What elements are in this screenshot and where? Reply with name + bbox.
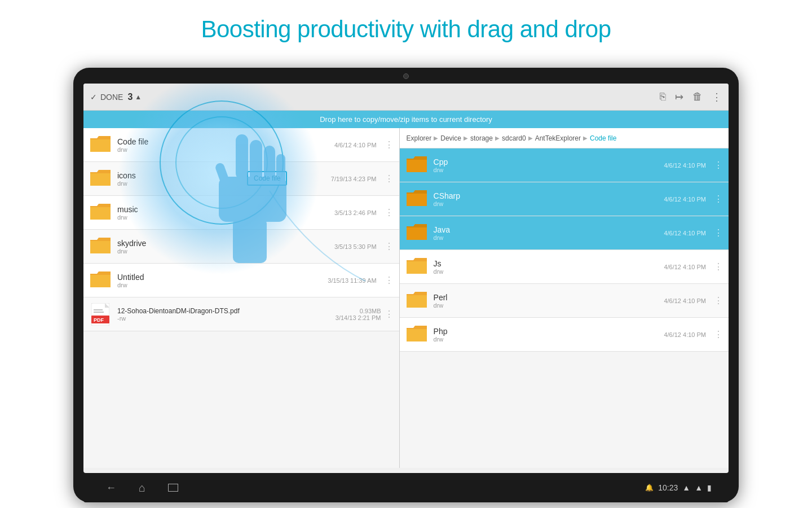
file-meta: drw — [117, 248, 334, 255]
silent-icon: 🔔 — [645, 484, 654, 492]
file-menu-icon[interactable]: ⋮ — [714, 194, 723, 204]
file-info: 12-Sohoa-DientoanDM-iDragon-DTS.pdf -rw — [117, 307, 336, 322]
checkmark-icon: ✓ — [90, 93, 97, 102]
folder-icon — [89, 203, 112, 223]
done-label: DONE — [100, 93, 123, 102]
selected-count: 3 — [127, 92, 133, 102]
file-menu-icon[interactable]: ⋮ — [714, 295, 723, 306]
table-row[interactable]: PDF 12-Sohoa-DientoanDM-iDragon-DTS.pdf … — [83, 297, 399, 331]
table-row[interactable]: Js drw 4/6/12 4:10 PM ⋮ — [400, 250, 729, 284]
file-info: Php drw — [434, 327, 664, 343]
file-date: 3/5/13 2:46 PM — [334, 209, 377, 216]
folder-icon — [89, 237, 112, 257]
table-row[interactable]: Cpp drw 4/6/12 4:10 PM ⋮ — [400, 148, 729, 182]
table-row[interactable]: skydrive drw 3/5/13 5:30 PM ⋮ — [83, 230, 399, 264]
left-panel: Code file drw 4/6/12 4:10 PM ⋮ — [83, 128, 400, 468]
file-name: Untitled — [117, 273, 328, 282]
file-name: 12-Sohoa-DientoanDM-iDragon-DTS.pdf — [117, 307, 336, 315]
table-row[interactable]: Java drw 4/6/12 4:10 PM ⋮ — [400, 216, 729, 250]
breadcrumb: Explorer ▶ Device ▶ storage ▶ sdcard0 ▶ … — [400, 128, 729, 148]
file-menu-icon[interactable]: ⋮ — [385, 207, 394, 218]
battery-icon: ▮ — [707, 483, 712, 492]
file-menu-icon[interactable]: ⋮ — [385, 275, 394, 286]
toolbar-actions: ⎘ ↦ 🗑 ⋮ — [660, 91, 722, 103]
tablet-shell: ✓ DONE 3 ▲ ⎘ ↦ 🗑 ⋮ Drop here to copy/mov… — [73, 68, 739, 502]
file-info: skydrive drw — [117, 239, 334, 255]
file-info: Java drw — [434, 225, 664, 241]
toolbar-done[interactable]: ✓ DONE — [90, 93, 123, 102]
folder-icon — [89, 270, 112, 291]
table-row[interactable]: icons drw 7/19/13 4:23 PM ⋮ — [83, 162, 399, 196]
file-menu-icon[interactable]: ⋮ — [714, 329, 723, 340]
file-menu-icon[interactable]: ⋮ — [385, 139, 394, 150]
triangle-icon: ▲ — [135, 93, 142, 101]
file-menu-icon[interactable]: ⋮ — [385, 173, 394, 184]
file-meta: drw — [117, 214, 334, 221]
file-name: Php — [434, 327, 664, 336]
file-name: Js — [434, 259, 664, 268]
breadcrumb-anttek[interactable]: AntTekExplorer — [535, 134, 581, 142]
file-info: music drw — [117, 205, 334, 221]
breadcrumb-explorer[interactable]: Explorer — [407, 134, 432, 142]
folder-icon — [405, 223, 428, 243]
breadcrumb-device[interactable]: Device — [440, 134, 461, 142]
file-name: Perl — [434, 293, 664, 302]
file-date: 3/15/13 11:39 AM — [328, 277, 376, 284]
breadcrumb-sep: ▶ — [583, 135, 588, 141]
file-date: 4/6/12 4:10 PM — [664, 230, 706, 237]
file-name: skydrive — [117, 239, 334, 248]
recents-icon[interactable] — [168, 484, 178, 492]
file-date: 4/6/12 4:10 PM — [334, 142, 377, 148]
file-menu-icon[interactable]: ⋮ — [385, 309, 394, 319]
file-meta: drw — [117, 282, 328, 288]
right-panel: Explorer ▶ Device ▶ storage ▶ sdcard0 ▶ … — [400, 128, 729, 468]
file-date: 3/5/13 5:30 PM — [334, 243, 377, 250]
copy-icon[interactable]: ⎘ — [660, 91, 666, 103]
back-icon[interactable]: ← — [106, 482, 116, 494]
signal-icon: ▲ — [695, 483, 703, 492]
file-date: 4/6/12 4:10 PM — [664, 264, 706, 270]
file-date-size: 0.93MB 3/14/13 2:21 PM — [336, 308, 381, 321]
file-name: CSharp — [434, 191, 664, 200]
file-menu-icon[interactable]: ⋮ — [714, 227, 723, 238]
file-menu-icon[interactable]: ⋮ — [714, 261, 723, 272]
drop-zone-text: Drop here to copy/move/zip items to curr… — [320, 115, 492, 124]
table-row[interactable]: CSharp drw 4/6/12 4:10 PM ⋮ — [400, 182, 729, 216]
breadcrumb-current[interactable]: Code file — [590, 134, 616, 142]
file-info: CSharp drw — [434, 191, 664, 207]
file-meta: drw — [434, 302, 664, 309]
time-display: 10:23 — [658, 483, 678, 492]
more-icon[interactable]: ⋮ — [712, 91, 722, 103]
home-icon[interactable]: ⌂ — [139, 481, 145, 494]
folder-icon — [405, 291, 428, 311]
file-meta: drw — [117, 146, 334, 153]
file-size: 0.93MB — [360, 308, 381, 314]
file-name: Java — [434, 225, 664, 234]
table-row[interactable]: Untitled drw 3/15/13 11:39 AM ⋮ — [83, 264, 399, 297]
drop-zone: Drop here to copy/move/zip items to curr… — [83, 111, 729, 128]
file-meta: drw — [434, 268, 664, 275]
file-date: 4/6/12 4:10 PM — [664, 162, 706, 169]
file-info: Js drw — [434, 259, 664, 275]
nav-bar: ← ⌂ 🔔 10:23 ▲ ▲ ▮ — [83, 473, 729, 502]
file-menu-icon[interactable]: ⋮ — [385, 241, 394, 252]
breadcrumb-storage[interactable]: storage — [470, 134, 493, 142]
file-meta: drw — [434, 167, 664, 173]
table-row[interactable]: music drw 3/5/13 2:46 PM ⋮ — [83, 196, 399, 230]
move-icon[interactable]: ↦ — [675, 91, 683, 103]
file-date: 4/6/12 4:10 PM — [664, 297, 706, 304]
file-menu-icon[interactable]: ⋮ — [714, 160, 723, 170]
table-row[interactable]: Perl drw 4/6/12 4:10 PM ⋮ — [400, 284, 729, 318]
folder-icon — [405, 325, 428, 345]
file-date: 3/14/13 2:21 PM — [336, 314, 381, 321]
breadcrumb-sdcard[interactable]: sdcard0 — [502, 134, 526, 142]
right-file-list: Cpp drw 4/6/12 4:10 PM ⋮ — [400, 148, 729, 352]
breadcrumb-sep: ▶ — [464, 135, 468, 141]
file-date: 7/19/13 4:23 PM — [331, 176, 377, 182]
left-file-list: Code file drw 4/6/12 4:10 PM ⋮ — [83, 128, 399, 331]
table-row[interactable]: Php drw 4/6/12 4:10 PM ⋮ — [400, 318, 729, 352]
app-toolbar: ✓ DONE 3 ▲ ⎘ ↦ 🗑 ⋮ — [83, 84, 729, 111]
delete-icon[interactable]: 🗑 — [692, 91, 703, 103]
table-row[interactable]: Code file drw 4/6/12 4:10 PM ⋮ — [83, 128, 399, 162]
file-info: Cpp drw — [434, 157, 664, 173]
